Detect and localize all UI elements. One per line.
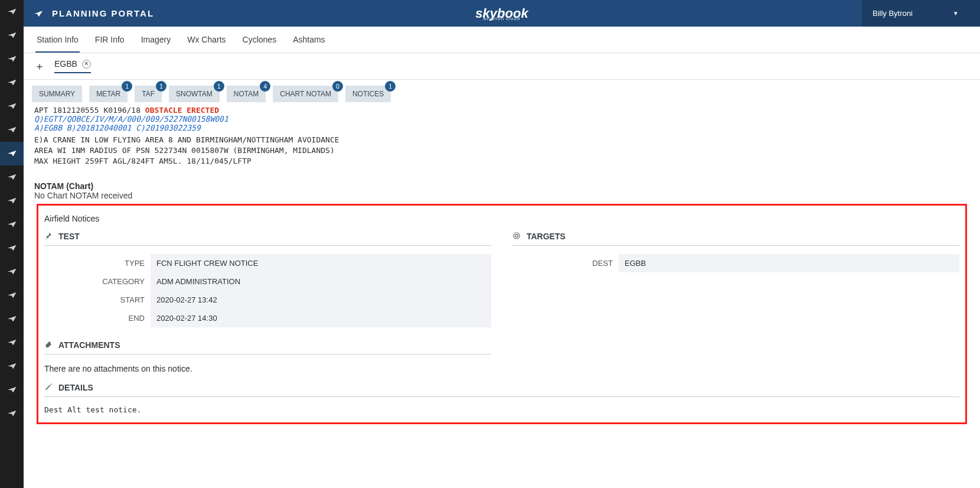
details-header: DETAILS xyxy=(44,383,959,397)
pencil-icon xyxy=(44,383,53,393)
table-row: END2020-02-27 14:30 xyxy=(44,309,491,327)
kv-value: 2020-02-27 13:42 xyxy=(151,291,491,309)
airfield-notices-heading: Airfield Notices xyxy=(44,214,959,223)
clipboard-icon[interactable] xyxy=(0,236,24,260)
kv-key: DEST xyxy=(512,254,619,272)
plane-double-icon[interactable] xyxy=(0,47,24,71)
table-row: START2020-02-27 13:42 xyxy=(44,291,491,309)
globe-icon[interactable] xyxy=(0,71,24,95)
details-text: Dest Alt test notice. xyxy=(44,405,959,414)
sub-tabs: SUMMARYMETAR1TAF1SNOWTAM1NOTAM4CHART NOT… xyxy=(24,80,980,106)
notice-kv-table: TYPEFCN FLIGHT CREW NOTICECATEGORYADM AD… xyxy=(44,254,491,327)
attachments-text: There are no attachments on this notice. xyxy=(44,364,959,373)
notam-id: APT 1812120555 K0196/18 xyxy=(34,106,145,115)
table-row: TYPEFCN FLIGHT CREW NOTICE xyxy=(44,254,491,272)
station-tab[interactable]: EGBB ✕ xyxy=(54,59,91,73)
airfield-notices-highlight: Airfield Notices TEST TYPEFCN FLIGHT CRE… xyxy=(37,204,967,424)
subtab-summary[interactable]: SUMMARY xyxy=(32,86,82,102)
bars-icon[interactable] xyxy=(0,260,24,284)
notam-a-line: A)EGBB B)201812040001 C)201903022359 xyxy=(34,123,969,132)
notice-test-title: TEST xyxy=(58,232,80,241)
user-icon[interactable] xyxy=(0,331,24,354)
attachments-title: ATTACHMENTS xyxy=(58,340,120,350)
paperclip-icon xyxy=(44,340,53,350)
notice-right-col: TARGETS DESTEGBB xyxy=(512,223,959,354)
tab-fir-info[interactable]: FIR Info xyxy=(94,35,126,53)
details-title: DETAILS xyxy=(58,383,93,392)
sun-icon[interactable] xyxy=(0,165,24,189)
badge: 1 xyxy=(214,81,224,92)
plane-logo-icon xyxy=(31,6,44,21)
warning-icon[interactable] xyxy=(0,402,24,425)
target-icon xyxy=(512,232,521,242)
add-station-button[interactable]: ＋ xyxy=(34,61,45,71)
kv-key: CATEGORY xyxy=(44,272,151,291)
subtab-notices[interactable]: NOTICES1 xyxy=(345,86,391,102)
tab-wx-charts[interactable]: Wx Charts xyxy=(186,35,227,53)
monitor-icon[interactable] xyxy=(0,378,24,402)
gears-icon[interactable] xyxy=(0,307,24,331)
tab-ashtams[interactable]: Ashtams xyxy=(292,35,326,53)
attachments-header: ATTACHMENTS xyxy=(44,340,491,354)
kv-key: END xyxy=(44,309,151,327)
notam-warning: OBSTACLE ERECTED xyxy=(145,106,219,115)
pin-icon[interactable] xyxy=(0,189,24,213)
notice-left-col: TEST TYPEFCN FLIGHT CREW NOTICECATEGORYA… xyxy=(44,223,491,354)
badge: 0 xyxy=(332,81,343,92)
sidebar xyxy=(0,0,24,488)
crossed-plane-icon[interactable] xyxy=(0,142,24,165)
close-station-icon[interactable]: ✕ xyxy=(82,60,91,69)
html-icon[interactable] xyxy=(0,354,24,378)
notam-id-line: APT 1812120555 K0196/18 OBSTACLE ERECTED xyxy=(34,106,969,115)
page-title: PLANNING PORTAL xyxy=(52,8,154,18)
subtab-chart-notam[interactable]: CHART NOTAM0 xyxy=(273,86,338,102)
tab-imagery[interactable]: Imagery xyxy=(140,35,172,53)
kv-value: EGBB xyxy=(619,254,959,272)
map-icon[interactable] xyxy=(0,284,24,307)
plane-icon[interactable] xyxy=(0,24,24,47)
user-name: Billy Bytroni xyxy=(873,9,913,18)
notam-q-line: Q)EGTT/QOBCE/IV/M/A/000/009/5227N00158W0… xyxy=(34,115,969,123)
table-row: CATEGORYADM ADMINISTRATION xyxy=(44,272,491,291)
content-frame: Station InfoFIR InfoImageryWx ChartsCycl… xyxy=(24,27,980,435)
id-card-icon[interactable] xyxy=(0,213,24,236)
brand-sublogo: aviation cloud xyxy=(484,16,521,21)
kv-value: FCN FLIGHT CREW NOTICE xyxy=(151,254,491,272)
scroll-content: APT 1812120555 K0196/18 OBSTACLE ERECTED… xyxy=(24,106,980,435)
user-menu[interactable]: Billy Bytroni ▾ xyxy=(862,0,980,27)
notam-chart-heading: NOTAM (Chart) xyxy=(34,181,969,191)
pin-icon xyxy=(44,232,53,242)
notam-e-body: E)A CRANE IN LOW FLYING AREA 8 AND BIRMI… xyxy=(34,135,969,167)
list-icon[interactable] xyxy=(0,118,24,142)
station-bar: ＋ EGBB ✕ xyxy=(24,53,980,80)
station-code: EGBB xyxy=(54,59,77,69)
tab-cyclones[interactable]: Cyclones xyxy=(241,35,278,53)
add-module-icon[interactable] xyxy=(0,95,24,118)
header: PLANNING PORTAL skybook aviation cloud B… xyxy=(24,0,980,27)
subtab-taf[interactable]: TAF1 xyxy=(135,86,162,102)
targets-kv-table: DESTEGBB xyxy=(512,254,959,272)
notice-test-header: TEST xyxy=(44,232,491,246)
badge: 1 xyxy=(156,81,166,92)
chevron-down-icon: ▾ xyxy=(954,9,958,17)
svg-point-0 xyxy=(514,232,520,239)
subtab-metar[interactable]: METAR1 xyxy=(89,86,128,102)
kv-key: START xyxy=(44,291,151,309)
notam-chart-text: No Chart NOTAM received xyxy=(34,191,969,200)
targets-title: TARGETS xyxy=(527,232,566,241)
svg-point-1 xyxy=(515,234,518,237)
subtab-notam[interactable]: NOTAM4 xyxy=(227,86,266,102)
table-row: DESTEGBB xyxy=(512,254,959,272)
targets-header: TARGETS xyxy=(512,232,959,246)
kv-value: ADM ADMINISTRATION xyxy=(151,272,491,291)
grid-icon[interactable] xyxy=(0,0,24,24)
badge: 4 xyxy=(260,81,270,92)
subtab-snowtam[interactable]: SNOWTAM1 xyxy=(169,86,220,102)
badge: 1 xyxy=(122,81,132,92)
tab-station-info[interactable]: Station Info xyxy=(35,35,80,53)
kv-value: 2020-02-27 14:30 xyxy=(151,309,491,327)
kv-key: TYPE xyxy=(44,254,151,272)
top-tabs: Station InfoFIR InfoImageryWx ChartsCycl… xyxy=(24,27,980,53)
badge: 1 xyxy=(385,81,396,92)
